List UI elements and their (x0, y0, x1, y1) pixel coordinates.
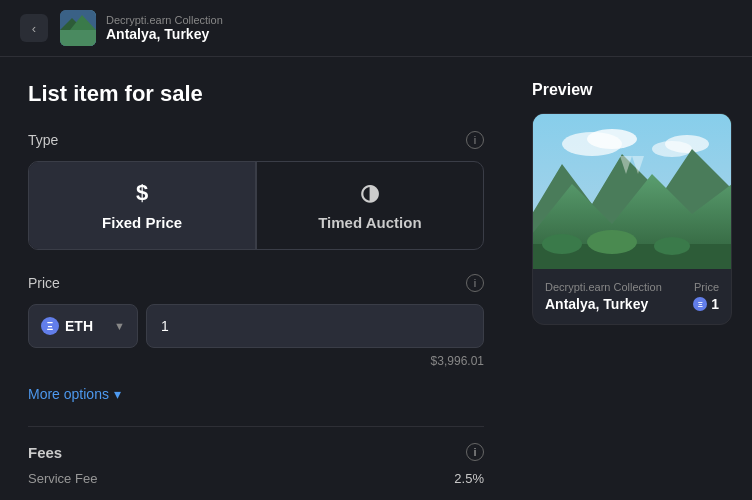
preview-image (533, 114, 731, 269)
price-label: Price (28, 275, 60, 291)
preview-price-label: Price (693, 281, 719, 293)
fees-section: Fees i Service Fee 2.5% (28, 426, 484, 486)
header: ‹ Decrypti.earn Collection Antalya, Turk… (0, 0, 752, 57)
preview-card: Decrypti.earn Collection Antalya, Turkey… (532, 113, 732, 325)
svg-point-8 (665, 135, 709, 153)
svg-point-13 (587, 230, 637, 254)
preview-title: Preview (532, 81, 732, 99)
timed-auction-label: Timed Auction (318, 214, 421, 231)
preview-collection-name: Decrypti.earn Collection (545, 281, 662, 293)
service-fee-label: Service Fee (28, 471, 97, 486)
type-label: Type i (28, 131, 484, 149)
collection-info: Decrypti.earn Collection Antalya, Turkey (106, 14, 223, 42)
svg-point-14 (654, 237, 690, 255)
svg-point-12 (542, 234, 582, 254)
more-options-button[interactable]: More options ▾ (28, 386, 121, 402)
preview-meta-right: Price Ξ 1 (693, 281, 719, 312)
header-item-name: Antalya, Turkey (106, 26, 223, 42)
eth-icon: Ξ (41, 317, 59, 335)
price-info-icon[interactable]: i (466, 274, 484, 292)
back-button[interactable]: ‹ (20, 14, 48, 42)
preview-item-name: Antalya, Turkey (545, 296, 662, 312)
type-selector: $ Fixed Price ◑ Timed Auction (28, 161, 484, 250)
collection-name: Decrypti.earn Collection (106, 14, 223, 26)
dollar-icon: $ (136, 180, 148, 206)
service-fee-row: Service Fee 2.5% (28, 471, 484, 486)
fees-info-icon[interactable]: i (466, 443, 484, 461)
price-input-row: Ξ ETH ▼ (28, 304, 484, 348)
preview-info: Decrypti.earn Collection Antalya, Turkey… (533, 269, 731, 324)
more-options-chevron-icon: ▾ (114, 386, 121, 402)
type-info-icon[interactable]: i (466, 131, 484, 149)
fixed-price-option[interactable]: $ Fixed Price (29, 162, 255, 249)
timed-auction-option[interactable]: ◑ Timed Auction (257, 162, 483, 249)
more-options-label: More options (28, 386, 109, 402)
preview-eth-icon: Ξ (693, 297, 707, 311)
preview-meta-left: Decrypti.earn Collection Antalya, Turkey (545, 281, 662, 312)
fixed-price-label: Fixed Price (102, 214, 182, 231)
price-usd: $3,996.01 (28, 354, 484, 368)
currency-label: ETH (65, 318, 93, 334)
left-panel: List item for sale Type i $ Fixed Price … (0, 57, 512, 500)
right-panel: Preview (512, 57, 752, 500)
price-input[interactable] (146, 304, 484, 348)
svg-point-6 (587, 129, 637, 149)
main-layout: List item for sale Type i $ Fixed Price … (0, 57, 752, 500)
price-label-row: Price i (28, 274, 484, 292)
currency-chevron-icon: ▼ (114, 320, 125, 332)
preview-price-value: Ξ 1 (693, 296, 719, 312)
service-fee-value: 2.5% (454, 471, 484, 486)
collection-thumbnail (60, 10, 96, 46)
preview-price-number: 1 (711, 296, 719, 312)
fees-title: Fees (28, 444, 62, 461)
currency-select[interactable]: Ξ ETH ▼ (28, 304, 138, 348)
clock-icon: ◑ (360, 180, 379, 206)
price-section: Price i Ξ ETH ▼ $3,996.01 (28, 274, 484, 368)
fees-title-row: Fees i (28, 443, 484, 461)
page-title: List item for sale (28, 81, 484, 107)
svg-rect-1 (60, 30, 96, 46)
back-icon: ‹ (32, 21, 36, 36)
